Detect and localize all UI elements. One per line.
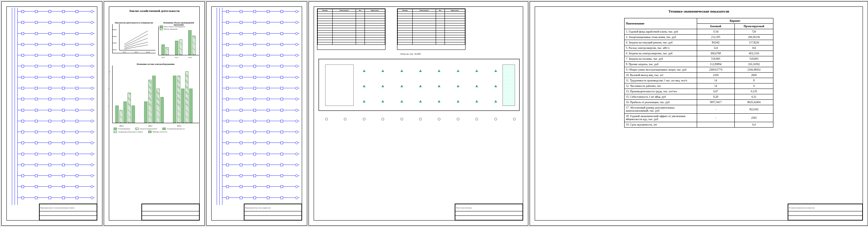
- sheet-analysis: Анализ хозяйственной деятельности Показа…: [104, 1, 205, 226]
- title-block: [141, 204, 200, 221]
- svg-text:600000: 600000: [113, 36, 117, 37]
- te-row-base: 14: [697, 78, 735, 83]
- legend-item: Приборы отопления: [153, 131, 167, 133]
- title-block-name: План-схема птичника: [455, 204, 523, 211]
- te-row-name: 12. Численность рабочих, чел: [625, 83, 697, 89]
- te-row-base: 1134: [697, 29, 735, 35]
- te-row-design: 8635,42404: [735, 100, 773, 105]
- title-block: Принципиальная схема автоматизации клима…: [39, 204, 97, 221]
- te-row-name: 6. Затраты на электроэнергию, тыс. руб: [625, 51, 697, 56]
- title-block: План-схема птичника: [455, 204, 523, 221]
- title-block-name: Технико-экономические показатели: [788, 204, 863, 211]
- te-row-name: 3. Амортизационные отчисления, тыс. руб: [625, 35, 697, 40]
- te-row-base: [697, 122, 735, 128]
- svg-text:400000: 400000: [113, 42, 117, 44]
- title-block-name: Принципиальная схема автоматизации клима…: [40, 204, 97, 211]
- legend-chart2: Мясо птицы и мясопродукты Прочая продукц…: [160, 25, 185, 30]
- chart-axes: 200000400000 600000800000 201220132014: [112, 24, 156, 53]
- te-row-design: 0,135: [735, 89, 773, 94]
- sheet-schematic-control: Принципиальная схема управления: [206, 1, 307, 226]
- te-row-base: 8,28: [697, 94, 735, 100]
- sheet-schematic-climate: Принципиальная схема автоматизации клима…: [1, 1, 102, 226]
- title-block: Принципиальная схема управления: [244, 204, 302, 221]
- te-row-name: 10. Валовой выход яиц, тыс. шт: [625, 73, 697, 78]
- te-row-base: -: [697, 105, 735, 114]
- te-row-design: 0,4: [735, 122, 773, 128]
- chart-bar-equipment: Изменение состава электрооборудования 20…: [112, 63, 199, 124]
- title-block: Технико-экономические показатели: [788, 204, 863, 221]
- sheet-header: Технико-экономические показатели: [530, 9, 868, 13]
- te-row-base: 14: [697, 83, 735, 89]
- te-row-name: 1. Годовой фонд заработной платы, тыс. р…: [625, 29, 697, 35]
- te-row-base: 112,83894: [697, 62, 735, 67]
- chart-axes: 201220132014: [158, 26, 199, 55]
- te-row-base: 2369,61774: [697, 67, 735, 73]
- te-row-base: 306,6768: [697, 51, 735, 56]
- te-row-design: 822,042: [735, 105, 773, 114]
- te-row-base: 5857,9417: [697, 100, 735, 105]
- col-design: Проектируемый: [735, 24, 773, 29]
- drawing-set: Принципиальная схема автоматизации клима…: [0, 0, 868, 227]
- col-variant: Вариант: [697, 18, 773, 24]
- svg-text:800000: 800000: [113, 29, 117, 31]
- te-row-name: 16. Прибыль от реализации, тыс. руб: [625, 100, 697, 105]
- te-row-base: 124: [697, 45, 735, 51]
- te-row-base: 2100: [697, 73, 735, 78]
- te-row-name: 19. Срок окупаемости, лет: [625, 122, 697, 128]
- legend-item: Мясо птицы и мясопродукты: [164, 26, 185, 27]
- svg-text:200000: 200000: [113, 49, 117, 51]
- col-base: Базовый: [697, 24, 735, 29]
- te-row-base: 84,942: [697, 40, 735, 45]
- te-row-name: 4. Затраты на текущий ремонт, тыс. руб: [625, 40, 697, 45]
- te-row-design: 9: [735, 83, 773, 89]
- te-row-base: 518,805: [697, 56, 735, 62]
- te-row-design: 2565: [735, 114, 773, 122]
- legend-item: Аппаратура коммутации и защиты: [118, 131, 143, 133]
- te-row-name: 18. Годовой экономический эффект от увел…: [625, 114, 697, 122]
- spec-table-right: ПозицияНаименованиеКол.Примечание: [397, 8, 466, 50]
- chart-line-indicators: Показатели деятельности в птицеводстве 2…: [112, 21, 156, 54]
- spec-table-left: ПозицияНаименованиеКол.Примечание: [317, 8, 386, 50]
- legend-item: Электроводонагреватели: [167, 128, 185, 130]
- plan-equipment-zone: [502, 64, 515, 106]
- te-row-base: -: [697, 114, 735, 122]
- te-row-name: 9. Общая сумма эксплуатационных затрат, …: [625, 67, 697, 73]
- sheet-header: Анализ хозяйственной деятельности: [104, 9, 204, 13]
- tech-econ-table: Наименование Вариант Базовый Проектируем…: [624, 18, 773, 128]
- te-row-design: 103,16592: [735, 62, 773, 67]
- chart-title: Изменение состава электрооборудования: [112, 63, 199, 65]
- plan-label: План на отм. ±0,000: [400, 53, 421, 55]
- svg-text:2012: 2012: [123, 51, 126, 53]
- te-row-design: 518,805: [735, 56, 773, 62]
- te-row-design: 163: [735, 45, 773, 51]
- te-row-design: 403,1316: [735, 51, 773, 56]
- te-row-name: 13. Производительность труда, тыс. шт/че…: [625, 89, 697, 94]
- col-name: Наименование: [625, 18, 697, 29]
- te-row-name: 17. Абсолютный размер дополнительных кап…: [625, 105, 697, 114]
- te-row-name: 7. Затраты на топливо, тыс. руб: [625, 56, 697, 62]
- chart-axes: 2012201320144812: [112, 65, 199, 123]
- schematic-diagram: [213, 8, 301, 205]
- sheet-plan: ПозицияНаименованиеКол.Примечание Позици…: [309, 1, 528, 226]
- svg-text:2014: 2014: [146, 51, 150, 53]
- te-row-name: 8. Прочие затраты, тыс. руб: [625, 62, 697, 67]
- chart-title: Показатели деятельности в птицеводстве: [112, 21, 156, 24]
- legend-item: Электроприводы: [118, 128, 130, 130]
- te-row-design: 294,56136: [735, 35, 773, 40]
- legend-item: Прочая продукция: [164, 28, 177, 30]
- te-row-design: 2600: [735, 73, 773, 78]
- legend-item: Средства микроклимата: [140, 128, 157, 130]
- te-row-design: 117,8226: [735, 40, 773, 45]
- sheet-tech-econ: Технико-экономические показатели Наимено…: [530, 1, 868, 226]
- te-row-design: 2166,48432: [735, 67, 773, 73]
- legend-chart3: Электроприводы Средства микроклимата Эле…: [114, 127, 200, 133]
- svg-text:2013: 2013: [134, 51, 138, 53]
- te-row-design: 6,31: [735, 94, 773, 100]
- te-row-name: 11. Трудоемкость производства 1 тыс. шт …: [625, 78, 697, 83]
- te-row-base: 212,355: [697, 35, 735, 40]
- plan-equipment-zone: [325, 64, 354, 106]
- te-row-design: 729: [735, 29, 773, 35]
- title-block-name: Принципиальная схема управления: [244, 204, 302, 211]
- te-row-design: 8: [735, 78, 773, 83]
- te-row-name: 5. Расход электроэнергии, тыс. кВт·ч: [625, 45, 697, 51]
